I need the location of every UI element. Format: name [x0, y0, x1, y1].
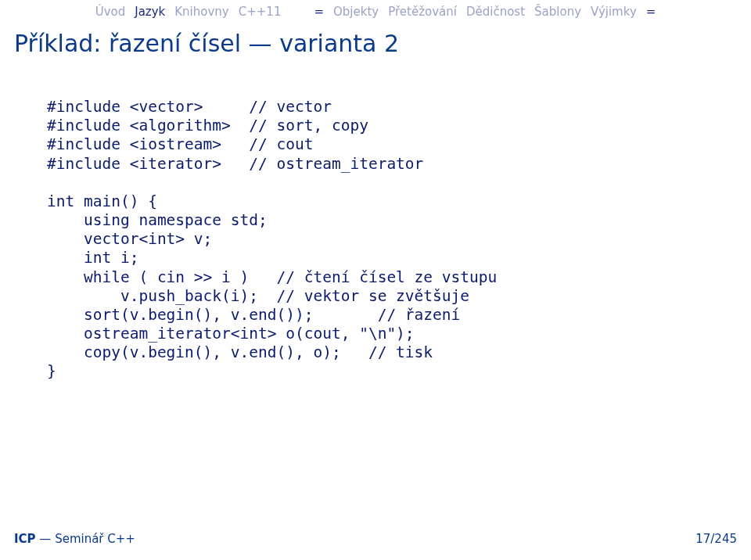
code-block: #include <vector> // vector #include <al… [47, 98, 704, 382]
nav-separator-1: = [314, 5, 324, 19]
nav-objekty[interactable]: Objekty [333, 5, 379, 19]
code-area: #include <vector> // vector #include <al… [0, 57, 751, 382]
footer-icp: ICP [14, 532, 36, 546]
slide-title: Příklad: řazení čísel — varianta 2 [0, 22, 751, 57]
footer: ICP — Seminář C++ 17/245 [14, 532, 737, 546]
nav-separator-2: = [646, 5, 656, 19]
nav-jazyk[interactable]: Jazyk [135, 5, 165, 19]
top-navigation: Úvod Jazyk Knihovny C++11 = Objekty Přet… [0, 0, 751, 22]
nav-dedicnost[interactable]: Dědičnost [466, 5, 525, 19]
nav-sablony[interactable]: Šablony [534, 5, 581, 19]
nav-pretezovani[interactable]: Přetěžování [388, 5, 457, 19]
nav-knihovny[interactable]: Knihovny [174, 5, 228, 19]
footer-seminar: — Seminář C++ [36, 532, 135, 546]
footer-page: 17/245 [695, 532, 737, 546]
nav-uvod[interactable]: Úvod [95, 5, 126, 19]
nav-cpp11[interactable]: C++11 [239, 5, 282, 19]
footer-left: ICP — Seminář C++ [14, 532, 135, 546]
nav-vyjimky[interactable]: Výjimky [591, 5, 637, 19]
